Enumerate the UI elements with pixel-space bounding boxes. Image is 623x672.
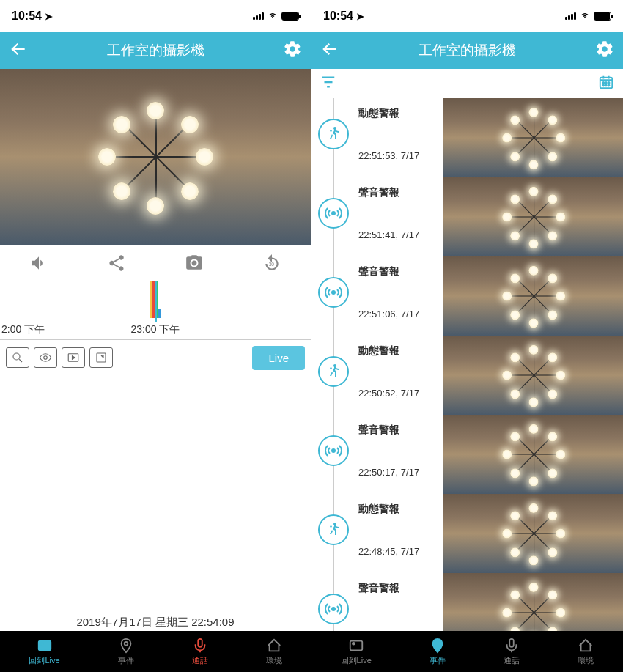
- svg-point-2: [44, 356, 48, 360]
- event-row[interactable]: 動態警報22:50:52, 7/17: [312, 336, 623, 415]
- calendar-button[interactable]: [598, 74, 614, 93]
- svg-point-24: [353, 642, 355, 644]
- tool-row: Live: [0, 340, 311, 375]
- event-timeline-col: [312, 415, 355, 494]
- status-bar: 10:54 ➤: [312, 0, 623, 32]
- sound-icon: [318, 435, 349, 466]
- svg-point-13: [602, 85, 604, 86]
- signal-icon: [565, 12, 576, 20]
- event-timeline-col: [312, 494, 355, 573]
- tab-talk[interactable]: 通話: [192, 638, 208, 666]
- svg-rect-4: [97, 353, 106, 362]
- svg-point-18: [331, 290, 336, 295]
- event-time-label: 22:50:17, 7/17: [358, 467, 440, 478]
- tab-events[interactable]: 事件: [430, 638, 446, 666]
- location-icon: ➤: [356, 11, 364, 22]
- svg-rect-5: [38, 640, 51, 650]
- event-type-label: 聲音警報: [358, 424, 440, 437]
- tab-events[interactable]: 事件: [118, 638, 134, 666]
- status-time: 10:54: [323, 10, 353, 23]
- event-thumbnail[interactable]: [443, 98, 623, 177]
- event-thumbnail[interactable]: [443, 177, 623, 256]
- event-info: 聲音警報22:51:41, 7/17: [355, 177, 443, 256]
- tab-bar: 回到Live 事件 通話 環境: [312, 631, 623, 672]
- event-row[interactable]: 動態警報22:51:53, 7/17: [312, 98, 623, 177]
- event-row[interactable]: 動態警報22:48:45, 7/17: [312, 494, 623, 573]
- tab-env[interactable]: 環境: [578, 638, 594, 666]
- tab-live-label: 回到Live: [341, 655, 372, 666]
- event-row[interactable]: 聲音警報22:51:06, 7/17: [312, 256, 623, 336]
- search-button[interactable]: [6, 347, 29, 368]
- tab-live-label: 回到Live: [29, 655, 59, 666]
- event-time-label: 22:48:45, 7/17: [358, 546, 440, 557]
- timeline[interactable]: 2:00 下午 23:00 下午: [0, 281, 311, 340]
- header-title: 工作室的攝影機: [28, 41, 283, 60]
- tab-events-label: 事件: [430, 655, 446, 666]
- event-thumbnail[interactable]: [443, 494, 623, 573]
- event-type-label: 聲音警報: [358, 582, 440, 595]
- event-thumbnail[interactable]: [443, 415, 623, 494]
- tab-talk-label: 通話: [504, 655, 520, 666]
- share-button[interactable]: [105, 251, 128, 275]
- event-timeline-col: [312, 256, 355, 336]
- svg-point-20: [331, 448, 336, 453]
- video-feed[interactable]: [0, 69, 311, 245]
- svg-rect-23: [350, 640, 362, 650]
- filter-bar: [312, 69, 623, 98]
- event-time-label: 22:51:41, 7/17: [358, 229, 440, 240]
- event-type-label: 聲音警報: [358, 265, 440, 278]
- svg-point-7: [124, 641, 128, 645]
- sound-icon: [318, 594, 349, 624]
- tab-env[interactable]: 環境: [266, 638, 282, 666]
- svg-point-6: [41, 642, 43, 644]
- video-controls: 30: [0, 245, 311, 281]
- eye-button[interactable]: [34, 347, 57, 368]
- header: 工作室的攝影機: [312, 32, 623, 69]
- event-timeline-col: [312, 177, 355, 256]
- tab-live[interactable]: 回到Live: [341, 638, 372, 666]
- svg-point-12: [608, 82, 610, 84]
- playlist-button[interactable]: [62, 347, 85, 368]
- sound-icon: [318, 277, 349, 308]
- event-timeline-col: [312, 336, 355, 415]
- event-info: 聲音警報22:51:06, 7/17: [355, 256, 443, 336]
- svg-text:30: 30: [269, 262, 275, 267]
- svg-rect-8: [198, 638, 202, 646]
- back-button[interactable]: [320, 40, 339, 62]
- event-list[interactable]: 動態警報22:51:53, 7/17聲音警報22:51:41, 7/17聲音警報…: [312, 98, 623, 672]
- settings-button[interactable]: [283, 40, 302, 62]
- tab-env-label: 環境: [578, 655, 594, 666]
- event-info: 聲音警報22:50:17, 7/17: [355, 415, 443, 494]
- signal-icon: [253, 12, 264, 20]
- timeline-label-center: 23:00 下午: [131, 323, 180, 336]
- timeline-label-left: 2:00 下午: [1, 323, 45, 336]
- event-type-label: 聲音警報: [358, 186, 440, 199]
- svg-point-15: [608, 85, 610, 86]
- filter-button[interactable]: [320, 74, 336, 93]
- event-type-label: 動態警報: [358, 107, 440, 120]
- header-title: 工作室的攝影機: [339, 41, 595, 60]
- rewind-30-button[interactable]: 30: [260, 251, 284, 275]
- tab-live[interactable]: 回到Live: [29, 638, 59, 666]
- svg-point-11: [605, 82, 607, 84]
- event-row[interactable]: 聲音警報22:51:41, 7/17: [312, 177, 623, 256]
- speaker-button[interactable]: [27, 251, 51, 275]
- settings-button[interactable]: [595, 40, 614, 62]
- svg-point-14: [605, 85, 607, 86]
- event-info: 動態警報22:50:52, 7/17: [355, 336, 443, 415]
- event-thumbnail[interactable]: [443, 336, 623, 415]
- timeline-playhead[interactable]: [155, 281, 157, 322]
- svg-point-22: [331, 607, 336, 611]
- back-button[interactable]: [9, 40, 28, 62]
- export-button[interactable]: [89, 347, 113, 368]
- svg-point-17: [331, 211, 336, 215]
- event-row[interactable]: 聲音警報22:50:17, 7/17: [312, 415, 623, 494]
- camera-button[interactable]: [183, 251, 206, 275]
- event-time-label: 22:51:53, 7/17: [358, 150, 440, 161]
- event-time-label: 22:50:52, 7/17: [358, 388, 440, 399]
- status-time: 10:54: [12, 10, 42, 23]
- live-button[interactable]: Live: [252, 346, 305, 370]
- event-thumbnail[interactable]: [443, 256, 623, 336]
- event-timeline-col: [312, 98, 355, 177]
- tab-talk[interactable]: 通話: [504, 638, 520, 666]
